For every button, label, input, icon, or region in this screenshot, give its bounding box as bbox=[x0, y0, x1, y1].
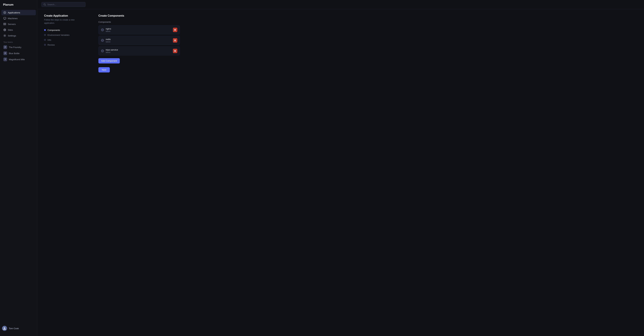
delete-button-nginx[interactable] bbox=[173, 28, 177, 32]
create-application-subtitle: Follow the steps to create a new applica… bbox=[44, 18, 85, 25]
team-avatar-magnificent-mile: T bbox=[4, 58, 7, 61]
sidebar-item-machines[interactable]: Machines bbox=[1, 16, 36, 21]
team-item-blue-bottle[interactable]: P Blue Bottle bbox=[1, 50, 36, 56]
team-item-magnificent-mile[interactable]: T Magnificent Mile bbox=[1, 56, 36, 62]
topbar bbox=[37, 0, 644, 9]
table-row: trips-service latest bbox=[98, 46, 180, 56]
team-item-the-foundry[interactable]: P The Foundry bbox=[1, 44, 36, 50]
sidebar-item-settings-label: Settings bbox=[8, 34, 16, 37]
team-avatar-blue-bottle: P bbox=[4, 52, 7, 55]
team-label-blue-bottle: Blue Bottle bbox=[9, 52, 20, 55]
sidebar-item-sites[interactable]: Sites bbox=[1, 27, 36, 32]
user-name: Tom Cook bbox=[9, 327, 19, 330]
svg-point-7 bbox=[4, 23, 4, 24]
add-component-label: Add Component bbox=[101, 60, 117, 62]
avatar bbox=[2, 326, 7, 331]
create-components-title: Create Components bbox=[98, 14, 180, 17]
add-component-button[interactable]: Add Component bbox=[98, 58, 120, 64]
sidebar-item-servers[interactable]: Servers bbox=[1, 22, 36, 27]
app-logo: Planum bbox=[0, 3, 37, 10]
component-name-nginx: nginx bbox=[106, 28, 111, 30]
sidebar: Planum Applications Machines bbox=[0, 0, 37, 336]
svg-rect-2 bbox=[4, 17, 6, 19]
team-label-the-foundry: The Foundry bbox=[9, 46, 22, 48]
sidebar-item-applications[interactable]: Applications bbox=[1, 10, 36, 15]
action-buttons: Add Component Next bbox=[98, 58, 180, 72]
component-info-nginx: nginx latest bbox=[106, 28, 111, 32]
search-icon bbox=[44, 4, 46, 6]
page-area: Create Application Follow the steps to c… bbox=[37, 9, 644, 336]
delete-button-redis[interactable] bbox=[173, 38, 177, 42]
svg-point-0 bbox=[4, 11, 6, 14]
globe-icon-redis bbox=[101, 39, 104, 42]
component-tag-nginx: latest bbox=[106, 30, 111, 32]
search-bar[interactable] bbox=[42, 2, 86, 7]
machines-icon bbox=[4, 17, 6, 20]
svg-point-1 bbox=[4, 12, 5, 13]
svg-point-8 bbox=[4, 24, 4, 25]
applications-icon bbox=[4, 11, 6, 14]
component-left-redis: redis latest bbox=[101, 38, 110, 43]
sidebar-item-machines-label: Machines bbox=[8, 17, 18, 20]
svg-line-15 bbox=[45, 5, 46, 6]
main-content: Create Application Follow the steps to c… bbox=[37, 0, 644, 336]
component-tag-redis: latest bbox=[106, 41, 110, 43]
step-dot-components bbox=[44, 29, 46, 31]
globe-icon-nginx bbox=[101, 28, 104, 32]
delete-button-trips-service[interactable] bbox=[173, 49, 177, 53]
sidebar-item-servers-label: Servers bbox=[8, 23, 16, 26]
sites-icon bbox=[4, 28, 6, 31]
step-label-review: Review bbox=[48, 44, 55, 46]
step-label-info: Info bbox=[48, 39, 51, 41]
component-info-trips-service: trips-service latest bbox=[106, 48, 118, 53]
table-row: nginx latest bbox=[98, 25, 180, 34]
next-button[interactable]: Next bbox=[98, 67, 110, 72]
steps-list: Components Environment Variables Info Re… bbox=[44, 29, 85, 46]
sidebar-user-area[interactable]: Tom Cook bbox=[0, 324, 37, 333]
create-application-panel: Create Application Follow the steps to c… bbox=[44, 14, 85, 331]
settings-icon bbox=[4, 34, 6, 37]
components-list: nginx latest bbox=[98, 25, 180, 56]
step-dot-environment-variables bbox=[44, 34, 46, 36]
next-button-label: Next bbox=[102, 68, 106, 71]
component-left-trips-service: trips-service latest bbox=[101, 48, 118, 53]
step-label-environment-variables: Environment Variables bbox=[48, 34, 70, 36]
step-environment-variables[interactable]: Environment Variables bbox=[44, 34, 85, 36]
servers-icon bbox=[4, 23, 6, 26]
svg-point-13 bbox=[4, 327, 5, 328]
component-left-nginx: nginx latest bbox=[101, 28, 111, 32]
table-row: redis latest bbox=[98, 36, 180, 45]
component-name-trips-service: trips-service bbox=[106, 48, 118, 51]
step-info[interactable]: Info bbox=[44, 39, 85, 41]
step-dot-review bbox=[44, 44, 46, 46]
search-input[interactable] bbox=[47, 3, 83, 6]
component-name-redis: redis bbox=[106, 38, 110, 40]
create-components-panel: Create Components Components bbox=[98, 14, 180, 331]
sidebar-item-sites-label: Sites bbox=[8, 29, 13, 31]
sidebar-item-settings[interactable]: Settings bbox=[1, 33, 36, 38]
team-avatar-the-foundry: P bbox=[4, 45, 7, 49]
components-section-title: Components bbox=[98, 21, 180, 23]
component-tag-trips-service: latest bbox=[106, 51, 118, 53]
svg-point-12 bbox=[4, 35, 5, 36]
teams-section-label: Your teams bbox=[0, 38, 37, 44]
team-label-magnificent-mile: Magnificent Mile bbox=[9, 58, 25, 61]
create-application-title: Create Application bbox=[44, 14, 85, 17]
step-components[interactable]: Components bbox=[44, 29, 85, 32]
sidebar-nav: Applications Machines bbox=[0, 10, 37, 38]
step-review[interactable]: Review bbox=[44, 44, 85, 46]
globe-icon-trips-service bbox=[101, 50, 104, 52]
sidebar-item-applications-label: Applications bbox=[8, 11, 20, 14]
step-dot-info bbox=[44, 39, 46, 41]
component-info-redis: redis latest bbox=[106, 38, 110, 43]
step-label-components: Components bbox=[48, 29, 60, 32]
